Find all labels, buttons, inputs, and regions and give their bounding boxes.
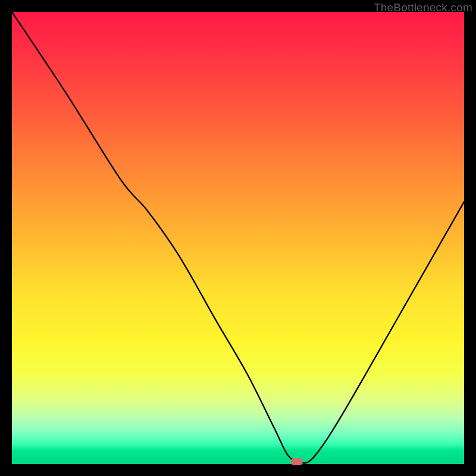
bottleneck-curve bbox=[12, 12, 464, 464]
chart-plot-area bbox=[12, 12, 464, 464]
chart-frame: TheBottleneck.com bbox=[0, 0, 476, 476]
optimal-point-marker bbox=[291, 458, 303, 465]
watermark-text: TheBottleneck.com bbox=[374, 1, 472, 14]
